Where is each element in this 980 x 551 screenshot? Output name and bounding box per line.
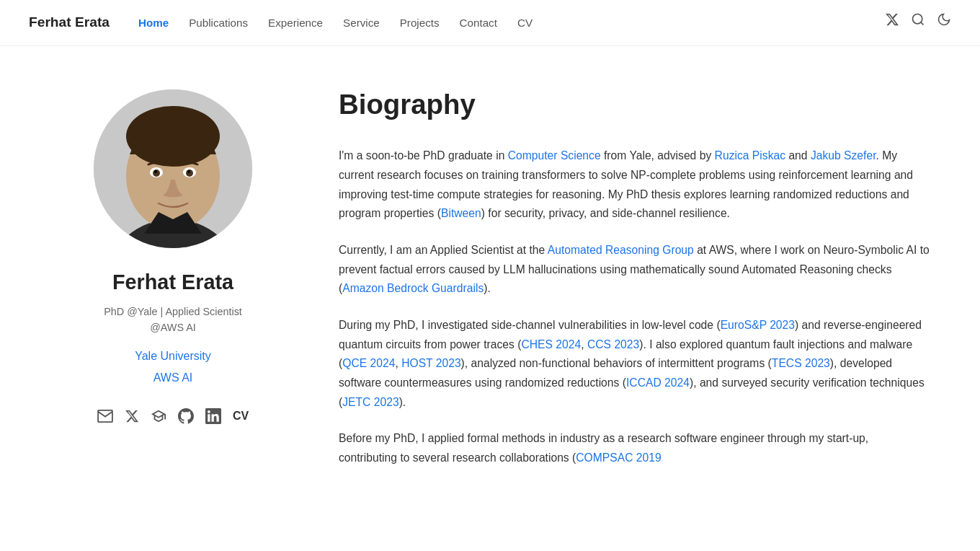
- nav-link-experience[interactable]: Experience: [268, 17, 323, 29]
- svg-point-0: [913, 14, 922, 24]
- nav-link-home[interactable]: Home: [138, 17, 169, 29]
- piskac-link[interactable]: Ruzica Piskac: [715, 149, 785, 162]
- szefer-link[interactable]: Jakub Szefer: [811, 149, 876, 162]
- main-content: Biography I'm a soon-to-be PhD graduate …: [339, 75, 930, 485]
- eurosp-link[interactable]: EuroS&P 2023: [721, 319, 795, 331]
- svg-point-12: [187, 170, 190, 173]
- bio-paragraph-3: During my PhD, I investigated side-chann…: [339, 316, 930, 412]
- bio-p1-text1: I'm a soon-to-be PhD graduate in: [339, 149, 508, 162]
- nav-link-contact[interactable]: Contact: [460, 17, 497, 29]
- navbar-icons: [885, 12, 951, 32]
- bio-p3-sep2: ,: [395, 357, 401, 369]
- bio-p1-text5: ) for security, privacy, and side-channe…: [481, 207, 730, 219]
- page-container: Ferhat Erata PhD @Yale | Applied Scienti…: [22, 46, 958, 514]
- brand-link[interactable]: Ferhat Erata: [29, 12, 110, 34]
- nav-link-cv[interactable]: CV: [517, 17, 533, 29]
- linkedin-link[interactable]: [205, 408, 221, 424]
- twitter-nav-icon[interactable]: [885, 12, 899, 32]
- twitter-link[interactable]: [125, 409, 139, 423]
- nav-link-publications[interactable]: Publications: [189, 17, 248, 29]
- cs-link[interactable]: Computer Science: [508, 149, 601, 162]
- bio-paragraph-2: Currently, I am an Applied Scientist at …: [339, 241, 930, 299]
- iccad-link[interactable]: ICCAD 2024: [626, 376, 690, 389]
- nav-item-experience[interactable]: Experience: [268, 14, 323, 32]
- jetc-link[interactable]: JETC 2023: [342, 396, 398, 408]
- bio-paragraph-4: Before my PhD, I applied formal methods …: [339, 429, 930, 467]
- host-link[interactable]: HOST 2023: [401, 357, 460, 369]
- person-name: Ferhat Erata: [112, 265, 233, 299]
- bio-p1-text3: and: [785, 149, 811, 162]
- scholar-link[interactable]: [151, 408, 166, 424]
- nav-links: Home Publications Experience Service Pro…: [138, 14, 885, 32]
- nav-item-cv[interactable]: CV: [517, 14, 533, 32]
- ccs-link[interactable]: CCS 2023: [587, 338, 639, 351]
- nav-link-service[interactable]: Service: [343, 17, 380, 29]
- bio-p3-text7: ).: [399, 396, 406, 408]
- nav-link-projects[interactable]: Projects: [400, 17, 440, 29]
- dark-mode-icon[interactable]: [937, 12, 951, 32]
- nav-item-projects[interactable]: Projects: [400, 14, 440, 32]
- guardrails-link[interactable]: Amazon Bedrock Guardrails: [342, 282, 484, 294]
- qce-link[interactable]: QCE 2024: [342, 357, 395, 369]
- svg-point-11: [154, 170, 157, 173]
- tecs-link[interactable]: TECS 2023: [772, 357, 830, 369]
- cv-link[interactable]: CV: [233, 407, 249, 426]
- nav-item-contact[interactable]: Contact: [460, 14, 497, 32]
- nav-item-publications[interactable]: Publications: [189, 14, 248, 32]
- bio-p3-text4: ), analyzed non-functional behaviors of …: [461, 357, 772, 369]
- arg-link[interactable]: Automated Reasoning Group: [548, 244, 694, 256]
- social-links: CV: [97, 407, 249, 426]
- bio-paragraph-1: I'm a soon-to-be PhD graduate in Compute…: [339, 146, 930, 224]
- nav-item-service[interactable]: Service: [343, 14, 380, 32]
- avatar: [94, 89, 252, 248]
- bio-p3-sep1: ,: [581, 338, 587, 351]
- aws-link[interactable]: AWS AI: [153, 369, 193, 387]
- navbar: Ferhat Erata Home Publications Experienc…: [0, 0, 980, 46]
- bio-p3-text1: During my PhD, I investigated side-chann…: [339, 319, 721, 331]
- nav-item-home[interactable]: Home: [138, 14, 169, 32]
- bio-p2-text1: Currently, I am an Applied Scientist at …: [339, 244, 548, 256]
- email-link[interactable]: [97, 410, 113, 423]
- bio-p2-text3: ).: [484, 282, 491, 294]
- search-icon[interactable]: [911, 12, 925, 32]
- compsac-link[interactable]: COMPSAC 2019: [576, 451, 661, 464]
- svg-line-1: [921, 22, 924, 25]
- bitween-link[interactable]: Bitween: [441, 207, 481, 219]
- yale-link[interactable]: Yale University: [135, 347, 211, 366]
- affiliations: Yale University AWS AI: [135, 347, 211, 387]
- ches-link[interactable]: CHES 2024: [521, 338, 581, 351]
- person-title: PhD @Yale | Applied Scientist@AWS AI: [104, 304, 242, 335]
- biography-title: Biography: [339, 82, 930, 126]
- sidebar: Ferhat Erata PhD @Yale | Applied Scienti…: [50, 75, 295, 485]
- bio-p1-text2: from Yale, advised by: [601, 149, 715, 162]
- github-link[interactable]: [178, 408, 194, 424]
